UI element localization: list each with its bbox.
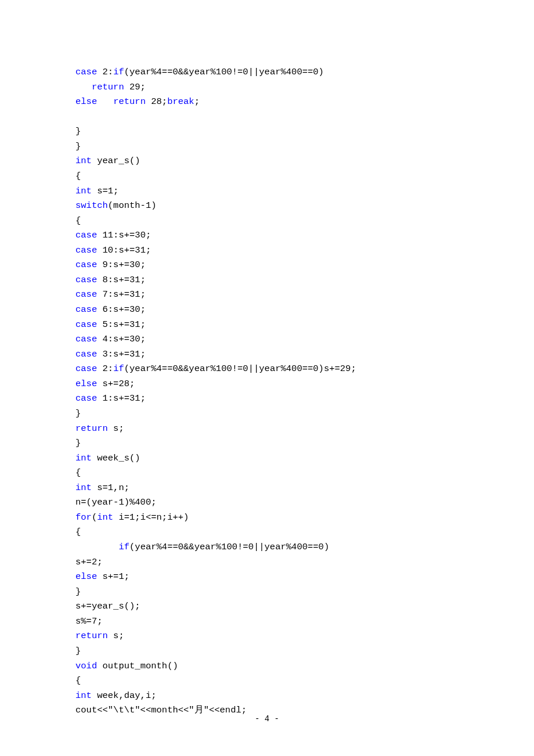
keyword-token: else (75, 379, 97, 389)
page-number: - 4 - (0, 712, 534, 726)
keyword-token: case (75, 393, 97, 404)
text-token: { (75, 171, 81, 181)
code-line: if(year%4==0&&year%100!=0||year%400==0) (75, 540, 459, 555)
code-line: s+=year_s(); (75, 599, 459, 614)
code-block: case 2:if(year%4==0&&year%100!=0||year%4… (75, 65, 459, 718)
text-token: 2: (97, 67, 113, 77)
text-token (75, 82, 92, 92)
code-line: switch(month-1) (75, 199, 459, 214)
code-line: s+=2; (75, 555, 459, 570)
code-line: case 2:if(year%4==0&&year%100!=0||year%4… (75, 362, 459, 377)
keyword-token: return (75, 423, 108, 434)
text-token: { (75, 467, 81, 478)
code-line: int s=1,n; (75, 481, 459, 496)
code-line: return 29; (75, 80, 459, 95)
code-line: { (75, 525, 459, 540)
text-token: 2: (97, 363, 113, 374)
code-line: s%=7; (75, 614, 459, 629)
keyword-token: case (75, 363, 97, 374)
text-token: } (75, 646, 81, 656)
text-token: 6:s+=30; (97, 304, 146, 315)
text-token: i=1;i<=n;i++) (113, 512, 189, 523)
keyword-token: else (75, 571, 97, 582)
code-line: { (75, 214, 459, 229)
keyword-token: if (113, 363, 124, 374)
text-token: } (75, 438, 81, 448)
text-token: output_month() (97, 661, 178, 671)
code-line: else return 28;break; (75, 95, 459, 110)
code-line: int week_s() (75, 451, 459, 466)
code-line: for(int i=1;i<=n;i++) (75, 510, 459, 525)
text-token: s=1,n; (92, 483, 129, 493)
text-token: 28; (146, 96, 167, 107)
code-line: case 6:s+=30; (75, 303, 459, 318)
code-line: case 4:s+=30; (75, 332, 459, 347)
code-line: } (75, 436, 459, 451)
code-line: { (75, 466, 459, 481)
text-token: } (75, 126, 81, 136)
text-token (97, 96, 113, 107)
keyword-token: case (75, 67, 97, 77)
code-line: int s=1; (75, 184, 459, 199)
text-token: s+=year_s(); (75, 601, 140, 611)
text-token: (year%4==0&&year%100!=0||year%400==0)s+=… (124, 363, 356, 374)
text-token: year_s() (92, 156, 140, 166)
text-token: 29; (124, 82, 146, 92)
text-token: s%=7; (75, 616, 103, 627)
text-token: } (75, 408, 81, 419)
keyword-token: case (75, 275, 97, 285)
code-line: int year_s() (75, 154, 459, 169)
text-token: ; (194, 96, 200, 107)
text-token: 5:s+=31; (97, 319, 146, 330)
text-token: 3:s+=31; (97, 349, 146, 359)
code-line: case 10:s+=31; (75, 243, 459, 258)
keyword-token: return (113, 96, 146, 107)
code-line: case 1:s+=31; (75, 391, 459, 406)
text-token: { (75, 215, 81, 226)
code-line: n=(year-1)%400; (75, 495, 459, 510)
keyword-token: case (75, 304, 97, 315)
code-line: } (75, 406, 459, 422)
keyword-token: int (75, 690, 92, 701)
text-token: ( (92, 512, 97, 523)
text-token: 8:s+=31; (97, 275, 146, 285)
text-token: 9:s+=30; (97, 260, 146, 270)
keyword-token: case (75, 260, 97, 270)
code-line: case 9:s+=30; (75, 258, 459, 273)
text-token: 7:s+=31; (97, 289, 146, 300)
text-token: s+=2; (75, 557, 103, 567)
keyword-token: case (75, 349, 97, 359)
keyword-token: case (75, 334, 97, 344)
text-token: 4:s+=30; (97, 334, 146, 344)
code-line: void output_month() (75, 659, 459, 674)
text-token (75, 542, 118, 552)
text-token: 11:s+=30; (97, 230, 151, 240)
code-line: case 7:s+=31; (75, 287, 459, 303)
text-token: s; (108, 423, 124, 434)
keyword-token: int (75, 453, 92, 463)
code-line: } (75, 644, 459, 659)
code-line: else s+=1; (75, 570, 459, 585)
code-line (75, 110, 459, 125)
keyword-token: int (75, 186, 92, 196)
keyword-token: else (75, 96, 97, 107)
code-line: else s+=28; (75, 377, 459, 392)
keyword-token: if (118, 542, 129, 552)
code-line: return s; (75, 629, 459, 644)
text-token: (year%4==0&&year%100!=0||year%400==0) (124, 67, 324, 77)
keyword-token: for (75, 512, 92, 523)
keyword-token: return (75, 631, 108, 641)
text-token: { (75, 527, 81, 537)
text-token: s; (108, 631, 124, 641)
keyword-token: case (75, 245, 97, 255)
text-token: s=1; (92, 186, 119, 196)
keyword-token: break (167, 96, 194, 107)
text-token: n=(year-1)%400; (75, 497, 157, 507)
text-token: (month-1) (108, 200, 157, 211)
text-token: week,day,i; (92, 690, 157, 701)
keyword-token: case (75, 319, 97, 330)
code-line: { (75, 169, 459, 184)
code-line: case 11:s+=30; (75, 228, 459, 243)
code-line: case 2:if(year%4==0&&year%100!=0||year%4… (75, 65, 459, 80)
code-line: case 3:s+=31; (75, 347, 459, 362)
